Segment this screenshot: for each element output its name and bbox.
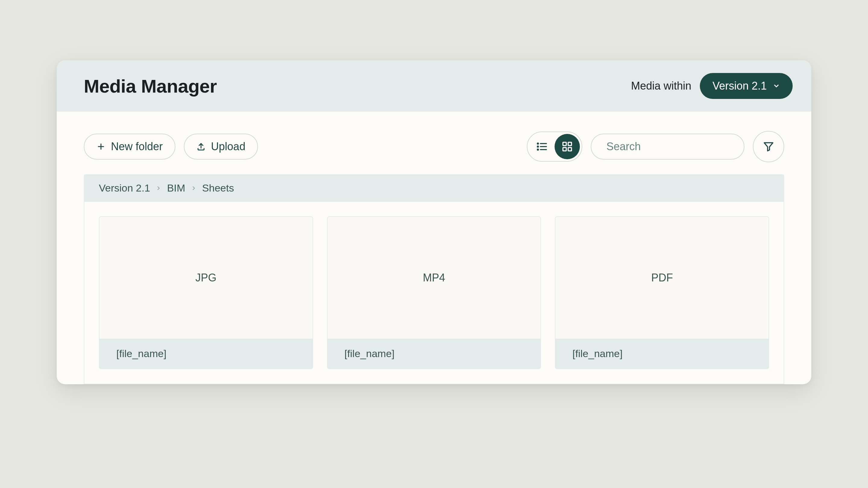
page-title: Media Manager [84, 76, 217, 97]
file-browser: JPG [file_name] MP4 [file_name] PDF [fil… [84, 202, 784, 384]
search-input[interactable] [607, 140, 742, 153]
file-type-label: MP4 [328, 217, 541, 339]
toolbar-right [527, 131, 784, 162]
upload-label: Upload [211, 140, 245, 153]
grid-view-button[interactable] [555, 134, 580, 159]
toolbar: New folder Upload [57, 112, 811, 174]
file-card[interactable]: MP4 [file_name] [327, 216, 541, 369]
svg-point-6 [537, 143, 538, 144]
svg-marker-15 [764, 143, 773, 151]
view-toggle [527, 132, 582, 162]
chevron-right-icon [191, 185, 197, 191]
chevron-down-icon [773, 82, 780, 90]
file-type-label: JPG [99, 217, 313, 339]
svg-rect-11 [563, 147, 566, 151]
chevron-right-icon [156, 185, 161, 191]
upload-icon [196, 142, 206, 151]
filter-icon [763, 141, 774, 152]
file-card[interactable]: PDF [file_name] [555, 216, 769, 369]
svg-point-8 [537, 149, 538, 150]
header-right: Media within Version 2.1 [631, 73, 793, 99]
panel-header: Media Manager Media within Version 2.1 [57, 60, 811, 112]
new-folder-button[interactable]: New folder [84, 134, 176, 160]
version-selector[interactable]: Version 2.1 [700, 73, 793, 99]
list-icon [536, 141, 548, 153]
file-name-label: [file_name] [555, 339, 769, 369]
file-card[interactable]: JPG [file_name] [99, 216, 313, 369]
plus-icon [96, 142, 105, 151]
content-area: Version 2.1 BIM Sheets JPG [file_name] M… [57, 174, 811, 384]
svg-rect-12 [568, 147, 571, 151]
upload-button[interactable]: Upload [184, 134, 258, 160]
new-folder-label: New folder [111, 140, 163, 153]
filter-button[interactable] [753, 131, 784, 162]
scope-label: Media within [631, 80, 691, 92]
breadcrumb: Version 2.1 BIM Sheets [84, 174, 784, 202]
media-manager-panel: Media Manager Media within Version 2.1 N… [57, 60, 811, 384]
svg-rect-10 [568, 142, 571, 146]
grid-icon [561, 141, 573, 152]
file-type-label: PDF [555, 217, 769, 339]
file-name-label: [file_name] [99, 339, 313, 369]
toolbar-left: New folder Upload [84, 134, 258, 160]
breadcrumb-item[interactable]: Version 2.1 [99, 182, 150, 194]
version-label: Version 2.1 [712, 80, 767, 92]
file-name-label: [file_name] [328, 339, 541, 369]
svg-rect-9 [563, 142, 566, 146]
list-view-button[interactable] [529, 134, 555, 159]
breadcrumb-item[interactable]: Sheets [202, 182, 234, 194]
svg-point-7 [537, 146, 538, 147]
search-field[interactable] [591, 134, 744, 160]
breadcrumb-item[interactable]: BIM [167, 182, 185, 194]
